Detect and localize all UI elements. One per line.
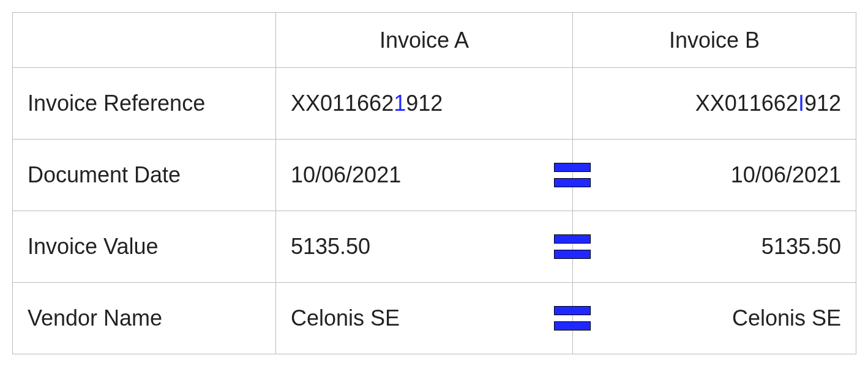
value-b-text: XX011662I912	[695, 91, 841, 116]
table-row: Invoice ReferenceXX0116621912XX011662I91…	[13, 68, 856, 140]
value-b-text: 5135.50	[761, 234, 841, 259]
value-b-text: 10/06/2021	[731, 162, 841, 187]
table-row: Invoice Value5135.505135.50	[13, 211, 856, 283]
comparison-table: Invoice A Invoice B Invoice ReferenceXX0…	[12, 12, 856, 354]
table-row: Vendor NameCelonis SECelonis SE	[13, 283, 856, 354]
header-invoice-b: Invoice B	[573, 13, 856, 68]
value-b-cell: XX011662I912	[573, 68, 856, 140]
value-b-cell: 5135.50	[573, 211, 856, 283]
row-label: Invoice Reference	[13, 68, 276, 140]
equals-icon	[554, 163, 591, 187]
value-a-cell: 10/06/2021	[276, 140, 573, 211]
header-empty	[13, 13, 276, 68]
value-a-text: 5135.50	[291, 234, 370, 259]
highlighted-char: 1	[394, 91, 406, 116]
value-a-text: Celonis SE	[291, 305, 400, 331]
value-b-cell: Celonis SE	[573, 283, 856, 354]
value-a-cell: 5135.50	[276, 211, 573, 283]
value-a-text: 10/06/2021	[291, 162, 401, 187]
table-row: Document Date10/06/202110/06/2021	[13, 140, 856, 211]
value-a-cell: Celonis SE	[276, 283, 573, 354]
header-row: Invoice A Invoice B	[13, 13, 856, 68]
row-label: Vendor Name	[13, 283, 276, 354]
equals-icon	[554, 306, 591, 331]
equals-icon	[554, 234, 591, 259]
value-b-cell: 10/06/2021	[573, 140, 856, 211]
value-a-cell: XX0116621912	[276, 68, 573, 140]
row-label: Document Date	[13, 140, 276, 211]
row-label: Invoice Value	[13, 211, 276, 283]
value-a-text: XX0116621912	[291, 91, 443, 116]
header-invoice-a: Invoice A	[276, 13, 573, 68]
value-b-text: Celonis SE	[732, 305, 841, 331]
highlighted-char: I	[798, 91, 804, 116]
